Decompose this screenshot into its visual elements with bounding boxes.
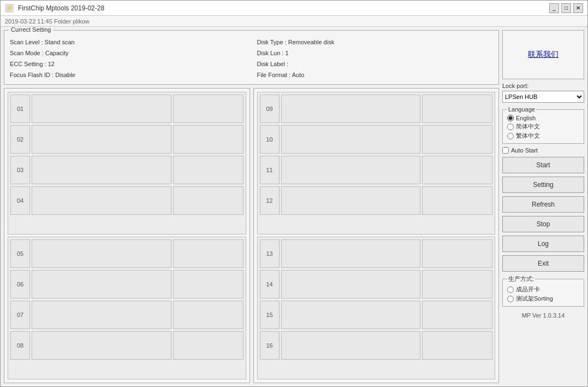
menubar-text: 2019-03-22 11:45 Folder plikow [5,18,90,25]
slots-bottom-left: 05 06 07 [8,237,246,379]
close-button[interactable]: ✕ [573,3,583,13]
production-option2-label: 测试架Sorting [516,295,553,303]
setting-file-format: File Format : Auto [257,70,494,80]
slot-bar2-05 [173,239,243,268]
table-row: 10 [260,125,493,154]
slot-number-08: 08 [10,331,30,360]
table-row: 07 [10,301,243,329]
slot-bar2-10 [422,125,492,154]
slot-bar2-01 [173,95,243,123]
slot-bar2-11 [422,156,492,184]
titlebar: ⚡ FirstChip Mptools 2019-02-28 _ □ ✕ [1,1,587,16]
auto-start-checkbox[interactable] [502,147,509,154]
slot-bar2-12 [422,186,492,215]
language-group: Language English 简体中文 繁体中文 [502,106,584,144]
setting-button[interactable]: Setting [502,177,584,193]
table-row: 06 [10,270,243,298]
slot-number-06: 06 [10,270,30,298]
slot-bar2-09 [422,95,492,123]
slot-number-01: 01 [10,95,30,123]
contact-box: 联系我们 [502,30,584,79]
slot-bar-04 [32,186,171,215]
slot-number-03: 03 [10,156,30,184]
table-row: 12 [260,186,493,215]
titlebar-controls: _ □ ✕ [549,3,583,13]
language-traditional-radio[interactable] [507,133,514,139]
main-window: ⚡ FirstChip Mptools 2019-02-28 _ □ ✕ 201… [0,0,588,387]
slot-bar-15 [281,301,421,329]
app-icon: ⚡ [5,4,14,13]
slot-number-12: 12 [260,186,280,215]
setting-disk-type: Disk Type : Removeable disk [257,37,494,47]
slot-number-14: 14 [260,270,280,298]
maximize-button[interactable]: □ [561,3,571,13]
slots-area: 01 02 03 [4,88,499,383]
setting-focus-flash: Focus Flash ID : Disable [10,70,246,80]
slot-number-05: 05 [10,239,30,268]
slot-number-10: 10 [260,125,280,154]
slot-bar-02 [32,125,171,154]
slot-number-11: 11 [260,156,280,184]
slots-top-right: 09 10 11 [257,92,496,234]
production-group: 生产方式: 成品开卡 测试架Sorting [502,275,584,307]
slots-group-right: 09 10 11 [253,88,500,383]
slot-bar2-04 [173,186,243,215]
language-simplified-radio[interactable] [507,124,514,130]
slot-bar-10 [281,125,421,154]
production-option2-row: 测试架Sorting [507,295,579,303]
slot-bar2-14 [422,270,492,298]
language-legend: Language [507,106,536,113]
slot-bar2-03 [173,156,243,184]
setting-scan-mode: Scan Mode : Capacity [10,48,246,58]
table-row: 11 [260,156,493,184]
slot-number-13: 13 [260,239,280,268]
slot-bar2-15 [422,301,492,329]
slot-bar2-16 [422,331,492,360]
exit-button[interactable]: Exit [502,255,584,272]
lock-port-select[interactable]: LPSen HUB None COM1 COM2 [502,91,584,103]
table-row: 09 [260,95,493,123]
production-option2-radio[interactable] [507,296,514,302]
slots-bottom-right: 13 14 15 [257,237,496,379]
slot-bar-16 [281,331,421,360]
slot-bar2-02 [173,125,243,154]
slot-number-09: 09 [260,95,280,123]
slot-bar-13 [281,239,421,268]
titlebar-left: ⚡ FirstChip Mptools 2019-02-28 [5,4,104,13]
slot-bar-08 [32,331,171,360]
slot-bar2-07 [173,301,243,329]
language-english-label: English [516,115,536,121]
production-option1-row: 成品开卡 [507,285,579,294]
titlebar-title: FirstChip Mptools 2019-02-28 [18,4,104,12]
table-row: 02 [10,125,243,154]
slot-number-15: 15 [260,301,280,329]
minimize-button[interactable]: _ [549,3,559,13]
setting-disk-lun: Disk Lun : 1 [257,48,494,58]
slot-bar-03 [32,156,171,184]
settings-grid: Scan Level : Stand scan Disk Type : Remo… [10,35,493,80]
right-panel: 联系我们 Lock port: LPSen HUB None COM1 COM2… [502,30,584,383]
table-row: 13 [260,239,493,268]
production-option1-radio[interactable] [507,286,514,293]
table-row: 04 [10,186,243,215]
slot-bar-11 [281,156,421,184]
slot-bar-06 [32,270,171,298]
slot-number-02: 02 [10,125,30,154]
slot-bar2-06 [173,270,243,298]
start-button[interactable]: Start [502,157,584,173]
version-text: MP Ver 1.0.3.14 [502,310,584,321]
log-button[interactable]: Log [502,236,584,252]
language-english-row: English [507,115,579,121]
language-simplified-row: 简体中文 [507,122,579,131]
production-option1-label: 成品开卡 [516,285,540,294]
language-traditional-label: 繁体中文 [516,132,540,140]
menubar: 2019-03-22 11:45 Folder plikow [1,16,587,27]
slot-bar-07 [32,301,171,329]
slot-number-04: 04 [10,186,30,215]
contact-link[interactable]: 联系我们 [528,50,559,60]
slot-bar2-08 [173,331,243,360]
stop-button[interactable]: Stop [502,216,584,232]
refresh-button[interactable]: Refresh [502,196,584,213]
language-english-radio[interactable] [507,115,514,121]
slots-top-left: 01 02 03 [8,92,246,234]
